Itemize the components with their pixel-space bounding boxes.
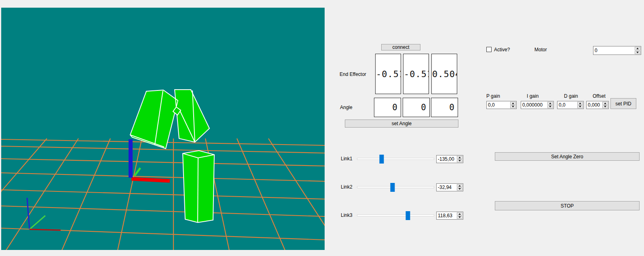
spin-down-button[interactable] (457, 216, 462, 219)
angle-1-display: 0 (374, 98, 401, 117)
end-effector-x-value: -0.51 (376, 69, 401, 79)
connect-button[interactable]: connect (381, 44, 420, 50)
set-angle-zero-button[interactable]: Set Angle Zero (495, 152, 640, 161)
set-pid-button[interactable]: set PID (610, 98, 636, 109)
end-effector-z-display: 0.504 (431, 54, 457, 94)
link1-value: -135,00 (438, 156, 454, 162)
3d-viewport[interactable] (1, 8, 325, 250)
p-gain-label: P gain (486, 93, 500, 99)
link2-value: -32,94 (438, 185, 452, 190)
link1-label: Link1 (341, 156, 353, 162)
spin-up-button[interactable] (510, 102, 516, 105)
link3-slider[interactable] (357, 214, 434, 216)
offset-spinbox[interactable]: 0,000 (586, 101, 609, 109)
angle-label: Angle (340, 105, 353, 110)
angle-2-value: 0 (421, 103, 427, 112)
arrow-up-icon (579, 103, 581, 104)
spin-up-button[interactable] (457, 212, 462, 216)
arrow-up-icon (458, 185, 461, 187)
link1-slider[interactable] (357, 158, 434, 160)
motor-label: Motor (534, 47, 547, 52)
motor-spinbox[interactable]: 0 (593, 46, 641, 55)
angle-3-display: 0 (431, 98, 458, 117)
arrow-down-icon (458, 216, 461, 218)
spin-down-button[interactable] (547, 105, 553, 109)
offset-value: 0,000 (588, 102, 600, 108)
robot-link1-box (130, 90, 178, 149)
i-gain-spinner (547, 101, 553, 109)
d-gain-value: 0,0 (559, 102, 566, 108)
i-gain-spinbox[interactable]: 0,000000 (521, 101, 554, 109)
stop-button[interactable]: STOP (495, 201, 640, 210)
angle-2-display: 0 (403, 98, 430, 117)
end-effector-x-display: -0.51 (375, 54, 401, 94)
robot-control-window: connect End Effector -0.51 -0.51 0.504 A… (0, 0, 644, 256)
spin-up-button[interactable] (457, 156, 462, 159)
spin-up-button[interactable] (602, 102, 608, 105)
arrow-down-icon (604, 106, 606, 107)
floor-grid (1, 138, 325, 250)
offset-spinner (602, 101, 608, 109)
spin-down-button[interactable] (510, 105, 516, 109)
link2-slider-thumb[interactable] (390, 183, 395, 192)
spin-up-button[interactable] (457, 184, 462, 187)
spin-down-button[interactable] (577, 105, 583, 109)
end-effector-y-value: -0.51 (404, 69, 429, 79)
spin-up-button[interactable] (635, 47, 640, 50)
d-gain-spinbox[interactable]: 0,0 (557, 101, 584, 109)
world-axis-x-icon (30, 229, 61, 230)
d-gain-spinner (577, 101, 583, 109)
link1-spinner (456, 155, 463, 163)
arrow-up-icon (458, 213, 461, 215)
spin-down-button[interactable] (457, 159, 462, 163)
end-effector-z-value: 0.504 (432, 69, 457, 79)
link3-spinner (456, 212, 463, 219)
link2-slider[interactable] (357, 186, 434, 188)
spin-up-button[interactable] (577, 102, 583, 105)
p-gain-spinner (510, 101, 516, 109)
set-angle-button[interactable]: set Angle (345, 120, 458, 128)
motor-spinner (634, 46, 641, 55)
offset-label: Offset (593, 93, 606, 99)
link3-label: Link3 (341, 212, 353, 218)
arrow-up-icon (604, 103, 606, 104)
link3-slider-thumb[interactable] (405, 211, 410, 220)
arrow-up-icon (636, 48, 639, 49)
world-axis-y-icon (30, 216, 45, 229)
link1-slider-thumb[interactable] (380, 155, 384, 164)
arrow-down-icon (512, 106, 514, 107)
angle-1-value: 0 (392, 103, 398, 112)
motor-value: 0 (595, 48, 598, 53)
spin-down-button[interactable] (457, 188, 462, 191)
p-gain-value: 0,0 (488, 102, 495, 108)
i-gain-value: 0,000000 (522, 102, 543, 108)
arrow-down-icon (549, 106, 551, 107)
arrow-up-icon (549, 103, 551, 104)
active-label: Active? (494, 47, 510, 52)
angle-3-value: 0 (449, 103, 455, 112)
link2-spinner (456, 184, 463, 191)
spin-down-button[interactable] (635, 51, 640, 55)
arrow-up-icon (458, 157, 461, 158)
d-gain-label: D gain (564, 93, 578, 99)
world-axis-triad (27, 198, 61, 230)
i-gain-label: I gain (527, 93, 538, 99)
spin-down-button[interactable] (602, 105, 608, 109)
world-axis-z-icon (27, 198, 30, 229)
link1-value-spinbox[interactable]: -135,00 (436, 155, 463, 163)
link3-value-spinbox[interactable]: 118,63 (436, 212, 463, 220)
arrow-down-icon (458, 160, 461, 162)
arrow-down-icon (579, 106, 581, 107)
link3-value: 118,63 (438, 213, 452, 218)
p-gain-spinbox[interactable]: 0,0 (486, 101, 517, 109)
active-checkbox[interactable] (486, 47, 492, 52)
robot-link2-box (175, 90, 209, 142)
base-axis-x-icon (131, 179, 170, 181)
base-axis-z-icon (129, 139, 133, 178)
link2-value-spinbox[interactable]: -32,94 (436, 183, 463, 191)
spin-up-button[interactable] (547, 102, 553, 105)
end-effector-y-display: -0.51 (403, 54, 429, 94)
arrow-down-icon (458, 188, 461, 190)
arrow-up-icon (512, 103, 514, 104)
end-effector-label: End Effector (340, 71, 366, 77)
